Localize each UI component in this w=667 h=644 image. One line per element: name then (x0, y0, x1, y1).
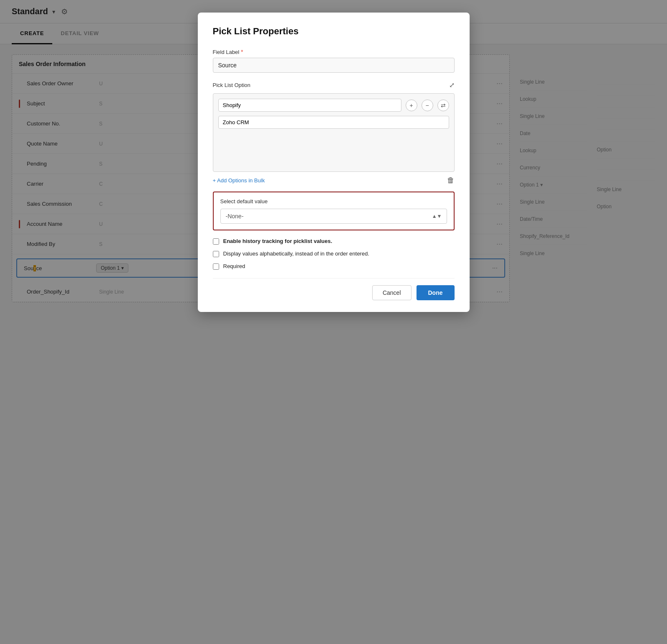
picklist-footer: + Add Options in Bulk 🗑 (213, 176, 455, 185)
picklist-header: Pick List Option ⤢ (213, 81, 455, 89)
trash-icon[interactable]: 🗑 (447, 176, 455, 185)
modal-picklist-properties: Pick List Properties Field Label * Pick … (198, 13, 470, 312)
checkbox-label-history: Enable history tracking for picklist val… (223, 238, 332, 244)
cancel-button[interactable]: Cancel (372, 285, 411, 300)
field-label-group: Field Label * (213, 49, 455, 73)
picklist-area: + − ⇄ (213, 93, 455, 172)
reorder-option-button[interactable]: ⇄ (437, 100, 449, 111)
default-value-select[interactable]: -None- (220, 209, 447, 224)
modal-title: Pick List Properties (213, 26, 455, 37)
checkbox-input-required[interactable] (213, 263, 219, 270)
checkbox-input-alphabetical[interactable] (213, 251, 219, 257)
checkbox-label-required: Required (223, 263, 245, 269)
default-value-select-wrapper: -None- ▲▼ (220, 209, 447, 224)
done-button[interactable]: Done (417, 285, 455, 300)
picklist-item-row-1 (218, 116, 449, 129)
field-label-input[interactable] (213, 58, 455, 73)
picklist-empty-area (218, 133, 449, 166)
picklist-option-section: Pick List Option ⤢ + − ⇄ + Add Options i… (213, 81, 455, 185)
expand-icon[interactable]: ⤢ (449, 81, 455, 89)
picklist-item-input-0[interactable] (218, 99, 401, 112)
default-value-label: Select default value (220, 198, 447, 204)
checkbox-label-alphabetical: Display values alphabetically, instead o… (223, 250, 370, 257)
checkbox-input-history[interactable] (213, 238, 219, 245)
checkbox-history-tracking: Enable history tracking for picklist val… (213, 238, 455, 245)
add-option-button[interactable]: + (406, 100, 417, 111)
field-label-label: Field Label * (213, 49, 455, 55)
picklist-item-input-1[interactable] (218, 116, 449, 129)
remove-option-button[interactable]: − (422, 100, 433, 111)
add-options-bulk-link[interactable]: + Add Options in Bulk (213, 177, 265, 184)
default-value-section: Select default value -None- ▲▼ (213, 192, 455, 230)
picklist-label: Pick List Option (213, 82, 250, 88)
required-star: * (241, 49, 243, 55)
checkbox-required: Required (213, 263, 455, 270)
picklist-item-row-0: + − ⇄ (218, 99, 449, 112)
checkbox-alphabetical: Display values alphabetically, instead o… (213, 250, 455, 257)
modal-footer: Cancel Done (213, 278, 455, 300)
